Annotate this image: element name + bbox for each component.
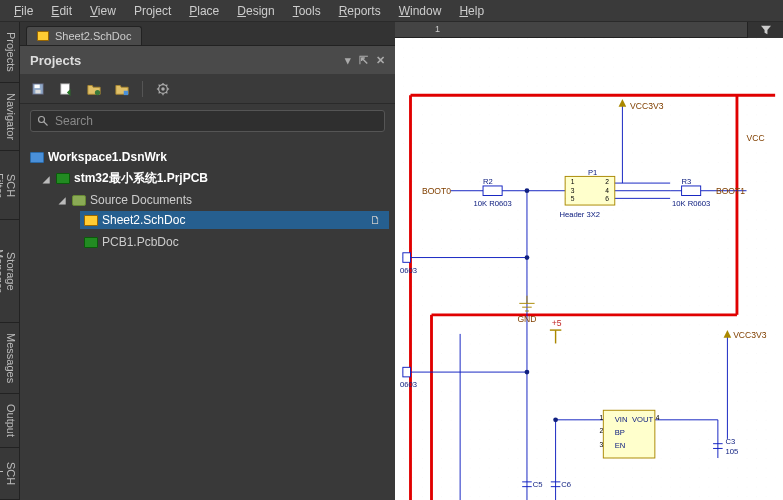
menu-project[interactable]: Project [126, 2, 179, 20]
tree-project[interactable]: ◢ stm32最小系统1.PrjPCB [36, 168, 389, 189]
vtab-navigator[interactable]: Navigator [0, 83, 19, 151]
svg-text:VCC3V3: VCC3V3 [733, 330, 767, 340]
schematic-icon [37, 31, 49, 41]
svg-text:5: 5 [571, 195, 575, 202]
open-project-icon[interactable] [86, 81, 102, 97]
svg-text:+5: +5 [552, 318, 562, 328]
menu-view[interactable]: View [82, 2, 124, 20]
menu-tools[interactable]: Tools [285, 2, 329, 20]
menu-file[interactable]: File [6, 2, 41, 20]
svg-text:VOUT: VOUT [632, 415, 654, 424]
vtab-sch-l[interactable]: SCH L [0, 448, 19, 500]
vtab-projects[interactable]: Projects [0, 22, 19, 83]
panel-close-icon[interactable]: ✕ [376, 54, 385, 67]
svg-text:BOOT0: BOOT0 [422, 186, 451, 196]
menu-help[interactable]: Help [451, 2, 492, 20]
svg-text:10K R0603: 10K R0603 [474, 199, 512, 208]
tree-workspace[interactable]: Workspace1.DsnWrk [26, 148, 389, 166]
svg-line-13 [159, 84, 160, 85]
panel-title: Projects [30, 53, 81, 68]
svg-text:VCC3V3: VCC3V3 [630, 101, 664, 111]
pcb-icon [84, 237, 98, 248]
projects-toolbar [20, 74, 395, 104]
horizontal-ruler: 1 [395, 22, 783, 38]
svg-text:0603: 0603 [400, 380, 417, 389]
svg-point-44 [525, 255, 530, 260]
svg-point-45 [525, 370, 530, 375]
document-status-icon: 🗋 [370, 214, 381, 226]
svg-line-15 [159, 92, 160, 93]
svg-line-14 [166, 84, 167, 85]
svg-text:VIN: VIN [615, 415, 628, 424]
svg-rect-50 [403, 367, 411, 377]
svg-rect-2 [35, 89, 40, 93]
menu-place[interactable]: Place [181, 2, 227, 20]
svg-line-16 [166, 92, 167, 93]
svg-point-46 [553, 417, 558, 422]
svg-rect-21 [403, 38, 775, 500]
svg-text:VCC: VCC [747, 133, 765, 143]
svg-rect-47 [483, 186, 502, 196]
svg-rect-1 [35, 84, 40, 88]
menu-edit[interactable]: Edit [43, 2, 80, 20]
svg-text:R2: R2 [483, 177, 493, 186]
save-icon[interactable] [30, 81, 46, 97]
gear-icon[interactable] [155, 81, 171, 97]
doc-tab-sheet2[interactable]: Sheet2.SchDoc [26, 26, 142, 45]
svg-text:3: 3 [600, 441, 604, 448]
svg-text:BP: BP [615, 428, 625, 437]
menu-window[interactable]: Window [391, 2, 450, 20]
tree-file-label: Sheet2.SchDoc [102, 213, 185, 227]
panel-menu-icon[interactable]: ▾ [345, 54, 351, 67]
folder-icon [72, 195, 86, 206]
project-tree: Workspace1.DsnWrk ◢ stm32最小系统1.PrjPCB [20, 138, 395, 500]
svg-rect-48 [682, 186, 701, 196]
left-panel: Sheet2.SchDoc Projects ▾ ⇱ ✕ [20, 22, 395, 500]
search-input[interactable] [55, 114, 378, 128]
panel-pin-icon[interactable]: ⇱ [359, 54, 368, 67]
svg-text:EN: EN [615, 441, 626, 450]
vtab-output[interactable]: Output [0, 394, 19, 448]
tree-file-sheet2[interactable]: Sheet2.SchDoc 🗋 [80, 211, 389, 229]
menu-design[interactable]: Design [229, 2, 282, 20]
compile-icon[interactable] [58, 81, 74, 97]
schematic-icon [84, 215, 98, 226]
svg-text:2: 2 [600, 427, 604, 434]
menu-reports[interactable]: Reports [331, 2, 389, 20]
svg-text:BOOT1: BOOT1 [716, 186, 745, 196]
side-tabs: Projects Navigator SCH Filter Storage Ma… [0, 22, 20, 500]
svg-text:0603: 0603 [400, 266, 417, 275]
tree-file-pcb1[interactable]: PCB1.PcbDoc [80, 233, 389, 251]
doc-tab-label: Sheet2.SchDoc [55, 30, 131, 42]
collapse-icon[interactable]: ◢ [56, 193, 68, 207]
svg-point-5 [95, 89, 100, 94]
svg-text:C3: C3 [726, 437, 736, 446]
vtab-sch-filter[interactable]: SCH Filter [0, 151, 19, 221]
projects-panel-header: Projects ▾ ⇱ ✕ [20, 46, 395, 74]
svg-text:1: 1 [600, 414, 604, 421]
svg-text:1: 1 [571, 178, 575, 185]
svg-text:105: 105 [726, 447, 739, 456]
project-icon [56, 173, 70, 184]
vtab-messages[interactable]: Messages [0, 323, 19, 394]
workspace-icon[interactable] [114, 81, 130, 97]
tree-workspace-label: Workspace1.DsnWrk [48, 150, 167, 164]
svg-line-18 [44, 122, 48, 126]
svg-text:R3: R3 [682, 177, 692, 186]
tree-folder-source[interactable]: ◢ Source Documents [52, 191, 389, 209]
svg-text:6: 6 [605, 195, 609, 202]
svg-text:GND: GND [517, 314, 536, 324]
tree-project-label: stm32最小系统1.PrjPCB [74, 170, 208, 187]
svg-rect-49 [403, 253, 411, 263]
vtab-storage-manager[interactable]: Storage Manager [0, 220, 19, 322]
svg-text:4: 4 [656, 414, 660, 421]
svg-text:3: 3 [571, 187, 575, 194]
collapse-icon[interactable]: ◢ [40, 172, 52, 186]
document-tab-strip: Sheet2.SchDoc [20, 22, 395, 46]
workspace-icon [30, 152, 44, 163]
filter-icon[interactable] [747, 22, 783, 38]
search-box[interactable] [30, 110, 385, 132]
svg-text:2: 2 [605, 178, 609, 185]
schematic-canvas[interactable]: VCC3V3 VCC BOOT0 BOOT1 GND +5 VCC3V3 R2 … [395, 38, 783, 500]
svg-point-43 [525, 188, 530, 193]
